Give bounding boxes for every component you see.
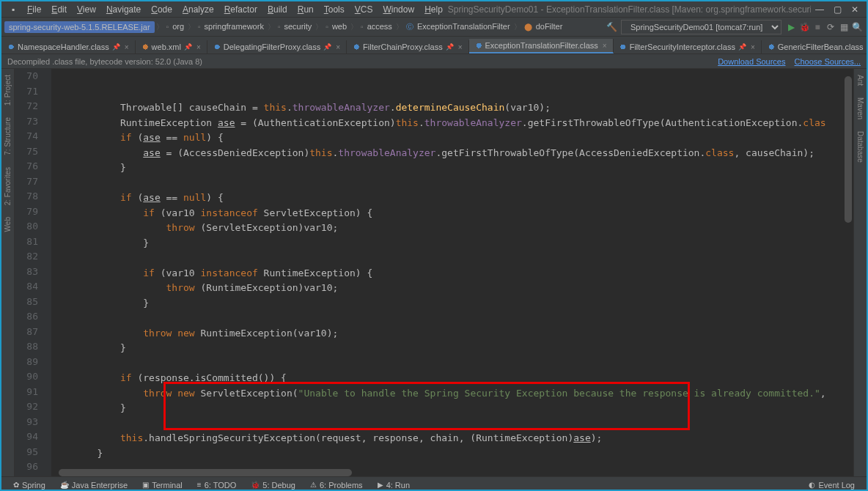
menu-run[interactable]: Run — [293, 4, 319, 15]
menu-refactor[interactable]: Refactor — [219, 4, 262, 15]
sidebar-tool-maven[interactable]: Maven — [856, 92, 864, 125]
close-tab-icon[interactable]: × — [336, 43, 340, 51]
code-line[interactable]: throw (RuntimeException)var10; — [51, 281, 853, 296]
class-icon: ⬤ — [524, 23, 532, 31]
code-line[interactable]: if (var10 instanceof RuntimeException) { — [51, 266, 853, 281]
close-tab-icon[interactable]: × — [458, 43, 463, 51]
breadcrumb-item[interactable]: security — [282, 22, 314, 31]
right-tool-strip: AntMavenDatabase — [853, 69, 867, 476]
close-tab-icon[interactable]: × — [196, 43, 201, 51]
editor-tab[interactable]: web.xml📌× — [136, 40, 207, 53]
editor-tab[interactable]: FilterChainProxy.class📌× — [347, 40, 468, 53]
code-line[interactable]: ase = (AccessDeniedException)this.throwa… — [51, 146, 853, 161]
code-line[interactable]: if (ase == null) { — [51, 130, 853, 146]
breadcrumb-item[interactable]: access — [365, 22, 394, 31]
menu-edit[interactable]: Edit — [46, 4, 72, 15]
toolbar-icon[interactable]: ▦ — [837, 22, 850, 32]
sidebar-tool-project[interactable]: 1: Project — [4, 69, 12, 111]
breadcrumb-item[interactable]: ExceptionTranslationFilter — [415, 22, 512, 31]
maximize-button[interactable]: ▢ — [828, 4, 846, 15]
code-line[interactable]: } — [51, 160, 853, 176]
event-log-button[interactable]: ◐Event Log — [801, 481, 862, 490]
pin-icon[interactable]: 📌 — [446, 43, 454, 51]
menu-view[interactable]: View — [72, 4, 101, 15]
code-line[interactable] — [51, 356, 853, 372]
tab-label: ExceptionTranslationFilter.class — [485, 41, 598, 50]
breadcrumb-jar[interactable]: spring-security-web-5.1.5.RELEASE.jar — [4, 21, 155, 33]
sidebar-tool-database[interactable]: Database — [856, 125, 864, 169]
menu-vcs[interactable]: VCS — [350, 4, 378, 15]
code-line[interactable]: } — [51, 446, 853, 462]
vertical-scrollbar[interactable] — [845, 69, 852, 476]
menu-tools[interactable]: Tools — [319, 4, 350, 15]
code-line[interactable]: Throwable[] causeChain = this.throwableA… — [51, 100, 853, 116]
pin-icon[interactable]: 📌 — [112, 43, 120, 51]
search-icon[interactable]: 🔍 — [850, 22, 864, 32]
run-config-select[interactable]: SpringSecurityDemo01 [tomcat7:run] — [621, 20, 781, 34]
sidebar-tool-structure[interactable]: 7: Structure — [4, 111, 12, 161]
sidebar-tool-favorites[interactable]: 2: Favorites — [4, 161, 12, 211]
package-icon: ▫ — [361, 23, 364, 31]
close-tab-icon[interactable]: × — [751, 43, 755, 51]
tool-todo[interactable]: ≡6: TODO — [190, 481, 243, 490]
menu-navigate[interactable]: Navigate — [101, 4, 146, 15]
editor-tab[interactable]: ExceptionTranslationFilter.class× — [469, 39, 614, 53]
code-area[interactable]: Throwable[] causeChain = this.throwableA… — [51, 69, 853, 476]
close-button[interactable]: ✕ — [846, 4, 864, 15]
menu-build[interactable]: Build — [262, 4, 293, 15]
code-line[interactable]: if (ase == null) { — [51, 191, 853, 206]
build-icon[interactable]: 🔨 — [605, 22, 618, 32]
choose-sources-link[interactable]: Choose Sources... — [795, 57, 861, 66]
tool-spring[interactable]: ✿ Spring — [6, 481, 53, 490]
code-line[interactable]: throw (ServletException)var10; — [51, 221, 853, 236]
package-icon: ▫ — [166, 23, 169, 31]
code-editor[interactable]: 7071727374757677787980818283848586878889… — [15, 69, 853, 476]
pin-icon[interactable]: 📌 — [738, 43, 746, 51]
minimize-button[interactable]: — — [811, 4, 828, 15]
close-tab-icon[interactable]: × — [125, 43, 129, 51]
breadcrumb-item[interactable]: springframework — [202, 22, 266, 31]
menu-analyze[interactable]: Analyze — [177, 4, 219, 15]
run-button[interactable]: ▶ — [784, 22, 798, 32]
menu-help[interactable]: Help — [419, 4, 448, 15]
tool-debug[interactable]: 🐞5: Debug — [243, 481, 303, 490]
code-line[interactable]: } — [51, 236, 853, 251]
code-line[interactable] — [51, 311, 853, 326]
tool-terminal[interactable]: ▣ Terminal — [135, 481, 190, 490]
code-line[interactable]: } — [51, 341, 853, 356]
editor-tab[interactable]: NamespaceHandler.class📌× — [1, 40, 136, 53]
tool-java-enterprise[interactable]: ☕ Java Enterprise — [53, 481, 135, 490]
pin-icon[interactable]: 📌 — [323, 43, 331, 51]
code-line[interactable]: } — [51, 296, 853, 311]
editor-tab[interactable]: GenericFilterBean.class📌× — [762, 40, 867, 53]
sidebar-tool-web[interactable]: Web — [4, 211, 12, 237]
file-type-icon — [768, 43, 775, 51]
code-line[interactable]: RuntimeException ase = (AuthenticationEx… — [51, 116, 853, 131]
pin-icon[interactable]: 📌 — [184, 43, 192, 51]
tool-problems[interactable]: ⚠6: Problems — [303, 481, 370, 490]
download-sources-link[interactable]: Download Sources — [718, 57, 785, 66]
menu-file[interactable]: File — [22, 4, 46, 15]
code-line[interactable] — [51, 251, 853, 266]
sidebar-tool-ant[interactable]: Ant — [856, 69, 864, 92]
breadcrumb-item[interactable]: org — [170, 22, 186, 31]
editor-tab[interactable]: DelegatingFilterProxy.class📌× — [207, 40, 347, 53]
code-line[interactable]: this.handleSpringSecurityException(reque… — [51, 431, 853, 446]
toolbar-icon[interactable]: ⟳ — [824, 22, 837, 32]
horizontal-scrollbar[interactable] — [15, 469, 853, 476]
debug-button[interactable]: 🐞 — [798, 22, 811, 32]
menu-window[interactable]: Window — [378, 4, 419, 15]
breadcrumb-item[interactable]: web — [330, 22, 349, 31]
editor-tab[interactable]: FilterSecurityInterceptor.class📌× — [614, 40, 762, 53]
main-area: 1: Project7: Structure2: FavoritesWeb 70… — [1, 69, 867, 476]
tool-run[interactable]: ▶4: Run — [370, 481, 417, 490]
left-tool-strip: 1: Project7: Structure2: FavoritesWeb — [1, 69, 15, 476]
code-line[interactable] — [51, 176, 853, 191]
close-tab-icon[interactable]: × — [603, 42, 607, 50]
stop-button[interactable]: ■ — [811, 22, 824, 32]
package-icon: ▫ — [198, 23, 201, 31]
code-line[interactable]: if (var10 instanceof ServletException) { — [51, 206, 853, 221]
code-line[interactable]: throw new RuntimeException(var10); — [51, 326, 853, 342]
breadcrumb-item[interactable]: doFilter — [534, 22, 565, 31]
menu-code[interactable]: Code — [146, 4, 177, 15]
